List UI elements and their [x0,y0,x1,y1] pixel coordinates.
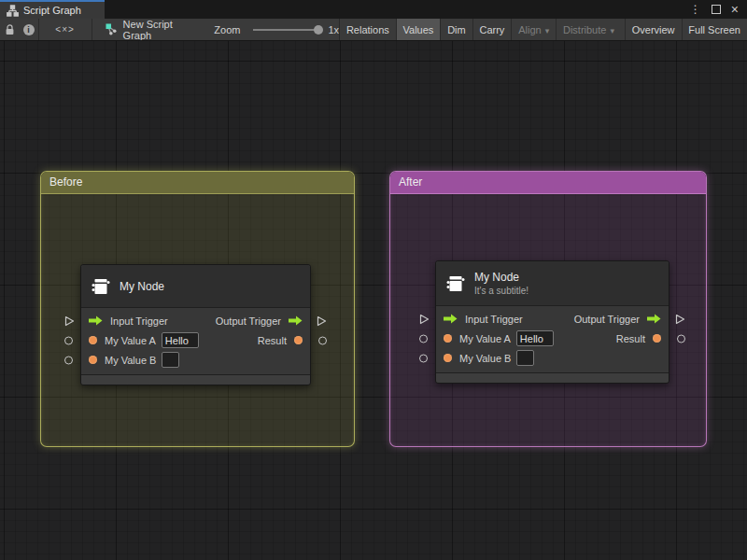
input-trigger-label: Input Trigger [465,314,523,325]
value-b-input[interactable] [516,350,534,366]
value-a-input[interactable] [516,330,554,346]
full-screen-label: Full Screen [688,24,740,35]
group-before-header[interactable]: Before [41,172,354,194]
window-controls: ⋮ × [690,0,747,19]
flow-arrow-icon[interactable] [289,315,303,326]
unity-visual-scripting-window: { "window": { "tab_title": "Script Graph… [0,0,747,560]
full-screen-button[interactable]: Full Screen [682,19,747,40]
port-row-trigger: Input Trigger Output Trigger [81,311,310,330]
graph-name-label: New Script Graph [123,19,183,41]
info-icon: i [23,24,35,35]
value-output-port-outer[interactable] [318,336,327,344]
tab-title: Script Graph [23,5,81,16]
group-before-label: Before [49,175,82,189]
value-output-port-outer[interactable] [677,334,685,343]
carry-button[interactable]: Carry [472,19,511,40]
unit-node-icon [91,276,111,297]
value-input-port-outer[interactable] [419,334,428,343]
value-a-input[interactable] [162,332,199,348]
tab-script-graph[interactable]: Script Graph [0,0,105,19]
zoom-value: 1x [328,24,339,35]
zoom-slider[interactable] [253,29,320,31]
zoom-control: Zoom 1x [214,19,339,40]
node-after-header[interactable]: My Node It's a subtitle! [436,261,669,306]
port-row-trigger: Input Trigger Output Trigger [436,309,669,329]
values-label: Values [403,24,434,35]
lock-button[interactable] [0,19,19,40]
output-trigger-label: Output Trigger [216,315,281,327]
value-b-label: My Value B [459,353,511,364]
carry-label: Carry [479,24,504,35]
relations-label: Relations [346,24,389,35]
value-b-input[interactable] [162,352,179,368]
unit-node-icon [445,273,466,294]
zoom-label: Zoom [214,24,240,35]
graph-asset-icon [106,23,118,35]
value-port-icon[interactable] [294,336,303,344]
value-port-icon[interactable] [653,334,661,343]
port-row-value-a: My Value A Result [81,330,310,350]
node-title: My Node [120,280,164,293]
flow-arrow-icon[interactable] [444,314,458,324]
node-before[interactable]: My Node Input Trigger Output Trigger [80,264,311,385]
distribute-dropdown[interactable]: Distribute▾ [557,19,621,40]
group-after-label: After [399,175,422,189]
code-view-button[interactable]: <×> [38,19,91,40]
chevron-down-icon: ▾ [610,26,614,35]
flow-output-port-outer[interactable] [317,315,327,327]
relations-button[interactable]: Relations [340,19,396,40]
flow-input-port-outer[interactable] [64,315,75,327]
graph-toolbar: i <×> New Script Graph Zoom 1x Relations… [0,19,747,41]
result-label: Result [258,335,287,346]
overview-label: Overview [632,24,675,35]
lock-icon [5,24,15,35]
value-a-label: My Value A [105,335,156,346]
align-label: Align [518,24,541,35]
flow-output-port-outer[interactable] [675,314,685,325]
overview-button[interactable]: Overview [626,19,682,40]
zoom-slider-handle[interactable] [314,25,323,35]
value-port-icon[interactable] [89,336,97,344]
align-dropdown[interactable]: Align▾ [512,19,556,40]
port-row-value-b: My Value B [81,350,310,370]
node-after-ports: Input Trigger Output Trigger My Value A … [436,306,669,372]
output-trigger-label: Output Trigger [574,314,640,325]
dim-label: Dim [447,24,466,35]
port-row-value-b: My Value B [436,348,669,368]
close-icon[interactable]: × [731,3,739,16]
distribute-label: Distribute [563,24,606,35]
value-b-label: My Value B [105,355,156,366]
group-after-header[interactable]: After [390,172,706,194]
code-view-icon: <×> [55,24,75,35]
value-input-port-outer[interactable] [64,336,73,344]
node-footer [81,374,310,385]
graph-name-breadcrumb[interactable]: New Script Graph [98,19,190,40]
dim-button[interactable]: Dim [441,19,472,40]
graph-canvas[interactable]: Before After My Node Input Trigger Outpu… [0,41,747,560]
value-input-port-outer[interactable] [64,356,73,364]
flow-input-port-outer[interactable] [419,314,430,325]
node-before-ports: Input Trigger Output Trigger My Value A … [81,308,310,374]
window-menu-icon[interactable]: ⋮ [690,4,701,15]
value-a-label: My Value A [459,333,511,344]
info-button[interactable]: i [19,19,37,40]
value-port-icon[interactable] [89,356,97,364]
node-subtitle: It's a subtitle! [474,286,529,296]
port-row-value-a: My Value A Result [436,329,669,348]
input-trigger-label: Input Trigger [110,315,168,327]
value-input-port-outer[interactable] [419,354,428,362]
result-label: Result [616,333,645,344]
maximize-icon[interactable] [712,5,721,14]
toolbar-divider [92,19,92,40]
values-button[interactable]: Values [397,19,441,40]
node-footer [436,372,669,383]
value-port-icon[interactable] [444,334,452,343]
script-graph-icon [7,5,19,17]
node-before-header[interactable]: My Node [81,265,310,308]
node-after[interactable]: My Node It's a subtitle! Input Trigger O… [435,260,669,384]
node-title: My Node [474,271,529,284]
chevron-down-icon: ▾ [545,26,550,35]
flow-arrow-icon[interactable] [647,314,661,324]
value-port-icon[interactable] [444,354,452,362]
flow-arrow-icon[interactable] [89,315,103,326]
